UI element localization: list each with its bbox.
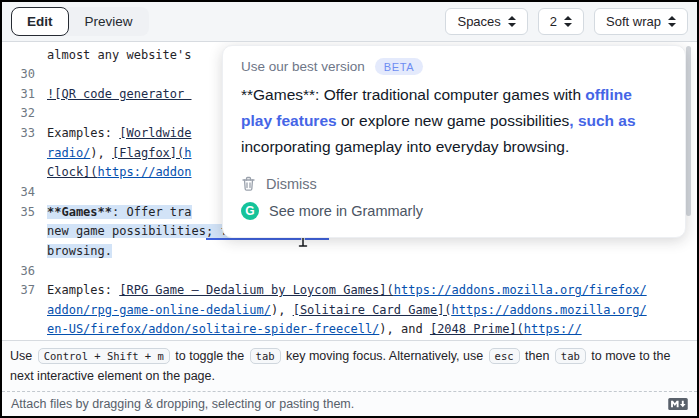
code-text: Clock](https://addon: [47, 163, 192, 183]
kbd-key: tab: [250, 348, 281, 364]
popup-header: Use our best version BETA: [241, 58, 667, 75]
code-text: Examples: [Worldwide: [47, 124, 192, 144]
tab-preview[interactable]: Preview: [69, 7, 149, 36]
attach-files-bar[interactable]: Attach files by dragging & dropping, sel…: [2, 391, 697, 417]
line-number: [2, 301, 47, 321]
kbd-key: esc: [489, 348, 520, 364]
hint-text: then: [522, 349, 553, 363]
code-text: browsing.: [47, 242, 112, 262]
line-number: [2, 144, 47, 164]
dismiss-label: Dismiss: [266, 176, 317, 192]
editor-settings: Spaces2Soft wrap: [445, 8, 688, 35]
popup-title: Use our best version: [241, 59, 365, 74]
line-number: [2, 46, 47, 66]
line-number: 37: [2, 281, 47, 301]
code-row: 37Examples: [RPG Game – Dedalium by Loyc…: [2, 281, 697, 301]
dropdown-soft-wrap[interactable]: Soft wrap: [594, 8, 688, 35]
code-row: 36: [2, 262, 697, 282]
see-more-label: See more in Grammarly: [269, 203, 423, 219]
dropdown-spaces[interactable]: Spaces: [445, 8, 527, 35]
line-number: 36: [2, 262, 47, 282]
editor-scrollbar[interactable]: [686, 46, 691, 216]
code-text: ![QR code generator: [47, 85, 192, 105]
hint-text: Use: [10, 349, 36, 363]
markdown-editor-window: EditPreview Spaces2Soft wrap almost any …: [0, 0, 699, 418]
suggestion-text[interactable]: **Games**: Offer traditional computer ga…: [241, 82, 667, 160]
kbd-key: Control + Shift + m: [38, 348, 170, 364]
dropdown-label: Spaces: [457, 14, 500, 29]
see-more-in-grammarly-button[interactable]: G See more in Grammarly: [241, 197, 423, 225]
attach-files-label: Attach files by dragging & dropping, sel…: [11, 397, 354, 411]
grammarly-suggestion-popup: Use our best version BETA **Games**: Off…: [222, 45, 686, 238]
hint-text: key moving focus. Alternatively, use: [283, 349, 487, 363]
line-number: [2, 163, 47, 183]
markdown-textarea[interactable]: almost any website's3031![QR code genera…: [2, 42, 697, 341]
markdown-icon: [668, 398, 688, 410]
updown-arrows-icon: [508, 16, 516, 27]
code-row: addon/rpg-game-online-dedalium/), [Solit…: [2, 301, 697, 321]
hint-text: to toggle the: [172, 349, 248, 363]
kbd-key: tab: [555, 348, 586, 364]
grammarly-icon: G: [241, 202, 259, 220]
trash-icon: [241, 176, 256, 192]
line-number: 31: [2, 85, 47, 105]
beta-badge: BETA: [375, 58, 423, 75]
code-row: en-US/firefox/addon/solitaire-spider-fre…: [2, 320, 697, 340]
code-row: browsing.: [2, 242, 697, 262]
line-number: 33: [2, 124, 47, 144]
edit-preview-tab-group: EditPreview: [11, 7, 149, 36]
code-text: Examples: [RPG Game – Dedalium by Loycom…: [47, 281, 647, 301]
updown-arrows-icon: [564, 16, 572, 27]
dropdown-label: 2: [550, 14, 557, 29]
line-number: 34: [2, 183, 47, 203]
dropdown-label: Soft wrap: [606, 14, 661, 29]
code-text: almost any website's: [47, 46, 192, 66]
line-number: [2, 320, 47, 340]
code-text: radio/), [Flagfox](h: [47, 144, 192, 164]
updown-arrows-icon: [668, 16, 676, 27]
line-number: 35: [2, 203, 47, 223]
line-number: [2, 242, 47, 262]
line-number: [2, 222, 47, 242]
code-text: addon/rpg-game-online-dedalium/), [Solit…: [47, 301, 647, 321]
tab-edit[interactable]: Edit: [11, 7, 69, 36]
line-number: 30: [2, 65, 47, 85]
keyboard-focus-hint: Use Control + Shift + m to toggle the ta…: [2, 341, 697, 391]
editor-toolbar: EditPreview Spaces2Soft wrap: [2, 2, 697, 42]
code-text: en-US/firefox/addon/solitaire-spider-fre…: [47, 320, 582, 340]
dismiss-button[interactable]: Dismiss: [241, 171, 317, 197]
dropdown-2[interactable]: 2: [538, 8, 584, 35]
line-number: 32: [2, 104, 47, 124]
code-text: **Games**: Offer tra: [47, 203, 192, 223]
